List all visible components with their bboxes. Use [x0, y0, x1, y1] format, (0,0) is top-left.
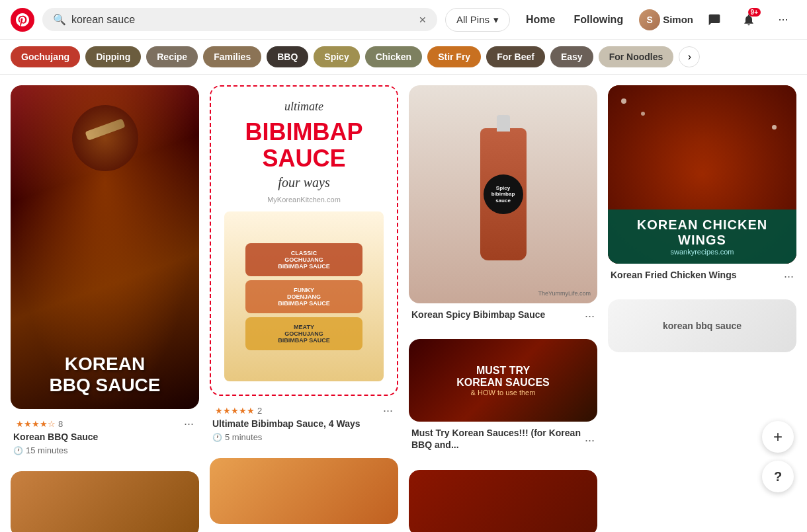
pins-column-1: KOREAN BBQ SAUCE ★★★★☆ 8 ··· Korean BBQ …	[11, 85, 199, 532]
pin-info-bbq: ★★★★☆ 8 ··· Korean BBQ Sauce 🕐 15 minute…	[11, 409, 199, 461]
filter-button[interactable]: All Pins ▾	[445, 8, 510, 32]
rating-count-bbq: 8	[58, 419, 63, 429]
pin-rating-bibimbap: ★★★★★ 2	[215, 406, 262, 416]
pin-image-wings-wrap: KOREAN CHICKENWINGS swankyrecipes.com	[608, 85, 796, 264]
chip-gochujang[interactable]: Gochujang	[11, 46, 80, 67]
pin-image-bottom2	[210, 458, 398, 524]
pin-more-wings[interactable]: ···	[784, 270, 794, 284]
pins-column-4: KOREAN CHICKENWINGS swankyrecipes.com Ko…	[608, 85, 796, 352]
more-button[interactable]: ···	[770, 7, 796, 33]
pin-image-kbbq: korean bbq sauce	[608, 299, 796, 352]
bbq-text: KOREAN BBQ SAUCE	[49, 354, 160, 396]
fab-container: + ?	[762, 421, 794, 492]
pin-korean-bbq-sauce[interactable]: KOREAN BBQ SAUCE ★★★★☆ 8 ··· Korean BBQ …	[11, 85, 199, 461]
username[interactable]: Simon	[663, 14, 693, 25]
pins-grid: KOREAN BBQ SAUCE ★★★★☆ 8 ··· Korean BBQ …	[11, 85, 796, 532]
plus-icon: +	[773, 428, 783, 446]
pin-meta-bibimbap: 🕐 5 minutes	[212, 432, 396, 442]
stars-bibimbap: ★★★★★	[215, 406, 255, 416]
fab-help-button[interactable]: ?	[762, 461, 794, 492]
pin-info-korean-sauces: Must Try Korean Sauces!!! (for Korean BB…	[409, 422, 597, 459]
bibimbap-top: ultimate	[284, 100, 323, 114]
question-icon: ?	[774, 469, 782, 484]
ks-sub: & HOW to use them	[471, 389, 536, 397]
pins-column-3: Spicybibimbapsauce TheYummyLife.com Kore…	[409, 85, 597, 532]
pin-meta-bbq: 🕐 15 minutes	[13, 445, 196, 455]
pin-title-wings: Korean Fried Chicken Wings	[611, 269, 736, 281]
clear-icon[interactable]: ✕	[419, 15, 427, 25]
pin-image-bbq: KOREAN BBQ SAUCE	[11, 85, 199, 409]
filter-label: All Pins	[456, 14, 489, 25]
chip-families[interactable]: Families	[203, 46, 261, 67]
pin-korean-fried-chicken-wings[interactable]: KOREAN CHICKENWINGS swankyrecipes.com Ko…	[608, 85, 796, 289]
pin-bottom-1[interactable]	[11, 471, 199, 532]
chip-for-noodles[interactable]: For Noodles	[599, 46, 674, 67]
bibimbap-title: BIBIMBAPSAUCE	[245, 119, 363, 171]
more-icon: ···	[778, 13, 788, 26]
chip-chicken[interactable]: Chicken	[365, 46, 422, 67]
jar-2: FUNKYDOENJANGBIBIMBAP SAUCE	[245, 280, 362, 313]
pin-must-try-korean-sauces[interactable]: MUST TRYKOREAN SAUCES & HOW to use them …	[409, 339, 597, 459]
nav-links: Home Following	[518, 9, 631, 31]
clock-icon-bbq: 🕐	[13, 446, 23, 455]
pin-info-wings: Korean Fried Chicken Wings ···	[608, 264, 796, 289]
notification-badge: 9+	[748, 8, 761, 17]
avatar-image: S	[639, 9, 660, 30]
jar-1: CLASSICGOCHUJANGBIBIMBAP SAUCE	[245, 243, 362, 276]
pin-more-bbq[interactable]: ···	[184, 417, 194, 431]
pin-actions-bibimbap: ★★★★★ 2 ···	[212, 401, 396, 418]
bottle: Spicybibimbapsauce	[480, 128, 527, 260]
bottle-label: Spicybibimbapsauce	[484, 174, 523, 214]
pins-column-2: ultimate BIBIMBAPSAUCE four ways MyKorea…	[210, 85, 398, 524]
pin-image-bibimbap: ultimate BIBIMBAPSAUCE four ways MyKorea…	[210, 85, 398, 396]
pin-image-wings: KOREAN CHICKENWINGS swankyrecipes.com	[608, 85, 796, 264]
fab-plus-button[interactable]: +	[762, 421, 794, 453]
wings-overlay: KOREAN CHICKENWINGS swankyrecipes.com	[608, 209, 796, 264]
pin-title-korean-sauces: Must Try Korean Sauces!!! (for Korean BB…	[411, 427, 585, 451]
chevron-down-icon: ▾	[493, 14, 499, 26]
nav-following[interactable]: Following	[566, 9, 632, 31]
pin-info-spicy: Korean Spicy Bibimbap Sauce ···	[409, 303, 597, 328]
pin-korean-spicy-bibimbap[interactable]: Spicybibimbapsauce TheYummyLife.com Kore…	[409, 85, 597, 328]
pin-more-spicy[interactable]: ···	[585, 309, 595, 323]
pin-bottom-2[interactable]	[210, 458, 398, 524]
bibimbap-sub: four ways	[278, 175, 329, 190]
stars-bbq: ★★★★☆	[16, 419, 56, 429]
bibimbap-url: MyKoreanKitchen.com	[267, 196, 341, 204]
pin-title-bibimbap: Ultimate Bibimbap Sauce, 4 Ways	[212, 418, 396, 430]
chip-stir-fry[interactable]: Stir Fry	[427, 46, 481, 67]
chip-dipping[interactable]: Dipping	[85, 46, 141, 67]
kbbq-text: korean bbq sauce	[663, 321, 742, 331]
chip-recipe[interactable]: Recipe	[146, 46, 198, 67]
pinterest-logo[interactable]	[11, 8, 34, 32]
pin-title-spicy: Korean Spicy Bibimbap Sauce	[411, 309, 545, 321]
rating-count-bibimbap: 2	[257, 406, 262, 416]
ks-title: MUST TRYKOREAN SAUCES	[456, 365, 549, 389]
chip-bbq[interactable]: BBQ	[267, 46, 308, 67]
jar-3: MEATYGOCHUJANGBIBIMBAP SAUCE	[245, 317, 362, 350]
pin-image-korean-sauces: MUST TRYKOREAN SAUCES & HOW to use them	[409, 339, 597, 422]
chips-next-button[interactable]: ›	[679, 46, 700, 67]
messages-button[interactable]	[701, 7, 728, 33]
pin-image-bottom3	[409, 470, 597, 532]
search-bar[interactable]: 🔍 ✕	[42, 8, 437, 31]
main-content: KOREAN BBQ SAUCE ★★★★☆ 8 ··· Korean BBQ …	[0, 75, 807, 532]
pin-rating-bbq: ★★★★☆ 8	[16, 419, 63, 429]
pin-more-bibimbap[interactable]: ···	[383, 404, 393, 418]
avatar[interactable]: S	[639, 9, 660, 30]
chip-spicy[interactable]: Spicy	[314, 46, 359, 67]
clock-icon-bibimbap: 🕐	[212, 433, 222, 442]
chip-for-beef[interactable]: For Beef	[486, 46, 545, 67]
notifications-button[interactable]: 9+	[736, 7, 762, 33]
pin-kbbq-sauce[interactable]: korean bbq sauce	[608, 299, 796, 352]
wings-url: swankyrecipes.com	[616, 248, 788, 256]
pin-more-korean-sauces[interactable]: ···	[585, 434, 595, 447]
wings-title: KOREAN CHICKENWINGS	[616, 217, 788, 248]
search-input[interactable]	[71, 14, 413, 26]
chip-easy[interactable]: Easy	[550, 46, 593, 67]
nav-home[interactable]: Home	[518, 9, 563, 31]
pin-actions-bbq: ★★★★☆ 8 ···	[13, 414, 196, 431]
bibimbap-jars: CLASSICGOCHUJANGBIBIMBAP SAUCE FUNKYDOEN…	[224, 211, 384, 381]
pin-ultimate-bibimbap[interactable]: ultimate BIBIMBAPSAUCE four ways MyKorea…	[210, 85, 398, 447]
pin-bottom-3[interactable]	[409, 470, 597, 532]
